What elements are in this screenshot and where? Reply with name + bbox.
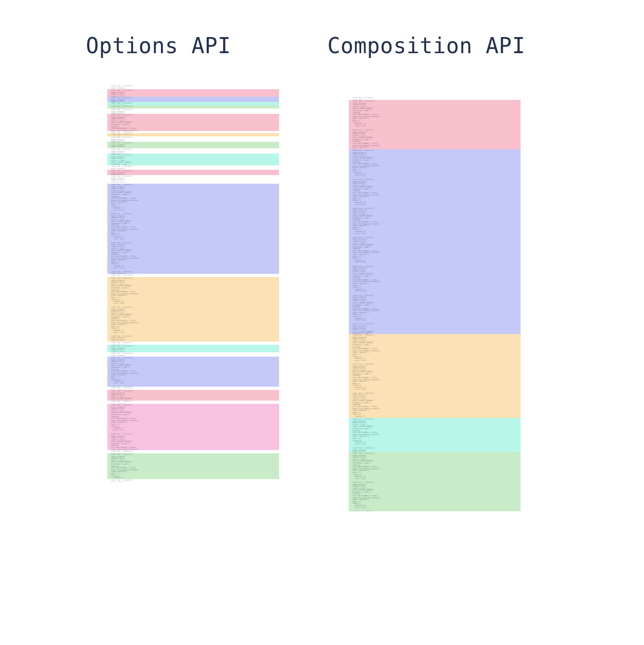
options-region-12-code: const foo = ref(null) await mutate() upd… [107, 154, 279, 165]
options-region-11-plain: const foo = ref(null) await mutate() upd… [107, 148, 279, 154]
heading-composition-api: Composition API [327, 33, 525, 58]
composition-region-3-yellow: const foo = ref(null) await mutate() upd… [349, 334, 521, 418]
options-region-29-plain: const foo = ref(null) await mutate() [107, 479, 279, 482]
composition-region-5-green: const foo = ref(null) await mutate() upd… [349, 452, 521, 511]
options-region-29-code: const foo = ref(null) await mutate() [107, 479, 279, 482]
options-region-18-code: const foo = ref(null) await mutate() upd… [107, 277, 279, 342]
options-region-5-code: const foo = ref(null) await mutate() upd… [107, 108, 279, 114]
options-region-26-pink: const foo = ref(null) await mutate() upd… [107, 404, 279, 450]
options-region-22-code: const foo = ref(null) await mutate() upd… [107, 357, 279, 387]
options-region-5-plain: const foo = ref(null) await mutate() upd… [107, 108, 279, 114]
options-region-12-teal: const foo = ref(null) await mutate() upd… [107, 154, 279, 165]
options-region-10-code: const foo = ref(null) await mutate() upd… [107, 142, 279, 148]
options-region-28-code: const foo = ref(null) await mutate() upd… [107, 453, 279, 479]
options-region-13-plain: const foo = ref(null) await mutate() [107, 165, 279, 170]
options-region-15-plain: const foo = ref(null) await mutate() upd… [107, 175, 279, 184]
options-region-16-blue: const foo = ref(null) await mutate() upd… [107, 184, 279, 274]
options-region-20-code: const foo = ref(null) await mutate() upd… [107, 345, 279, 352]
heading-options-api: Options API [86, 33, 231, 58]
options-region-2-code: const foo = ref(null) await mutate() upd… [107, 97, 279, 102]
options-region-1-code: const foo = ref(null) await mutate() upd… [107, 89, 279, 97]
options-region-24-code: const foo = ref(null) await mutate() upd… [107, 390, 279, 401]
options-region-21-plain: const foo = ref(null) await mutate() [107, 352, 279, 357]
page: Options API Composition API const foo = … [0, 0, 644, 645]
options-region-9-plain: const foo = ref(null) await mutate() upd… [107, 136, 279, 142]
options-region-24-red: const foo = ref(null) await mutate() upd… [107, 390, 279, 401]
composition-region-1-code: const foo = ref(null) await mutate() upd… [349, 100, 521, 149]
column-composition-api: const foo = ref(null) await mutate() con… [349, 97, 521, 511]
options-region-15-code: const foo = ref(null) await mutate() upd… [107, 175, 279, 184]
column-options-api: const foo = ref(null) await mutate() con… [107, 85, 279, 482]
composition-region-2-blue: const foo = ref(null) await mutate() upd… [349, 149, 521, 334]
composition-region-3-code: const foo = ref(null) await mutate() upd… [349, 334, 521, 418]
options-region-14-code: const foo = ref(null) await mutate() upd… [107, 170, 279, 175]
composition-region-5-code: const foo = ref(null) await mutate() upd… [349, 452, 521, 511]
composition-region-4-code: const foo = ref(null) await mutate() upd… [349, 418, 521, 452]
composition-region-1-red: const foo = ref(null) await mutate() upd… [349, 100, 521, 149]
options-region-13-code: const foo = ref(null) await mutate() [107, 165, 279, 170]
options-region-6-code: const foo = ref(null) await mutate() upd… [107, 114, 279, 131]
options-region-1-red: const foo = ref(null) await mutate() upd… [107, 89, 279, 97]
options-region-28-green: const foo = ref(null) await mutate() upd… [107, 453, 279, 479]
options-region-0-code: const foo = ref(null) await mutate() [107, 85, 279, 89]
options-region-10-green: const foo = ref(null) await mutate() upd… [107, 142, 279, 148]
options-region-26-code: const foo = ref(null) await mutate() upd… [107, 404, 279, 450]
composition-region-4-teal: const foo = ref(null) await mutate() upd… [349, 418, 521, 452]
options-region-9-code: const foo = ref(null) await mutate() upd… [107, 136, 279, 142]
options-region-11-code: const foo = ref(null) await mutate() upd… [107, 148, 279, 154]
options-region-14-red: const foo = ref(null) await mutate() upd… [107, 170, 279, 175]
options-region-22-blue: const foo = ref(null) await mutate() upd… [107, 357, 279, 387]
options-region-6-red: const foo = ref(null) await mutate() upd… [107, 114, 279, 131]
options-region-16-code: const foo = ref(null) await mutate() upd… [107, 184, 279, 274]
options-region-20-teal: const foo = ref(null) await mutate() upd… [107, 345, 279, 352]
options-region-2-blue: const foo = ref(null) await mutate() upd… [107, 97, 279, 102]
composition-region-2-code: const foo = ref(null) await mutate() upd… [349, 149, 521, 334]
options-region-0-plain: const foo = ref(null) await mutate() [107, 85, 279, 89]
options-region-18-yellow: const foo = ref(null) await mutate() upd… [107, 277, 279, 342]
options-region-21-code: const foo = ref(null) await mutate() [107, 352, 279, 357]
